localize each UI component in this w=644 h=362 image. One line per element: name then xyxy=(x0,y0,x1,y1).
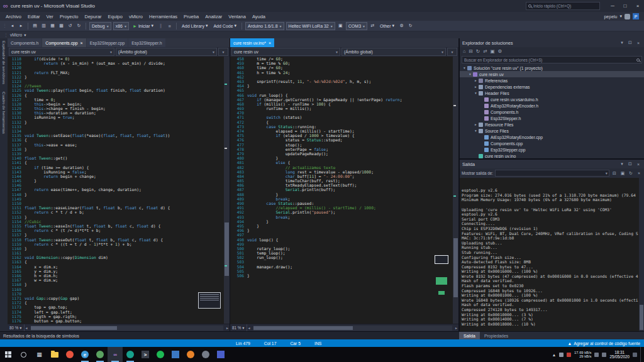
menu-proyecto[interactable]: Proyecto xyxy=(57,12,82,21)
board-options-icon[interactable]: ▣ xyxy=(337,23,344,28)
tree-arrow-icon[interactable]: ▾ xyxy=(462,66,467,70)
close-icon[interactable]: × xyxy=(269,41,271,45)
chrome-browser-taskbar-button[interactable] xyxy=(92,347,108,362)
tree-arrow-icon[interactable]: ▸ xyxy=(473,79,479,82)
tree-item[interactable]: ▸Referencias xyxy=(460,77,644,84)
vlc-player-taskbar-button[interactable] xyxy=(183,347,198,362)
panel-tab-propiedades[interactable]: Propiedades xyxy=(480,332,513,339)
network-speed-indicator[interactable]: 17.69 kB/s 29 kB/s xyxy=(574,351,591,359)
scrollbar-thumb[interactable] xyxy=(253,326,353,330)
close-button[interactable]: × xyxy=(631,0,644,12)
vertical-scrollbar[interactable] xyxy=(224,57,230,324)
project-dropdown[interactable]: cure resin uv ▾ xyxy=(231,48,340,56)
scrollbar-thumb[interactable] xyxy=(31,326,118,330)
menu-analizar[interactable]: Analizar xyxy=(202,12,225,21)
scroll-right-icon[interactable]: ▸ xyxy=(454,326,458,330)
pause-icon[interactable]: ∥ xyxy=(157,23,164,28)
collapse-all-icon[interactable]: ⊟ xyxy=(469,48,473,54)
tree-item[interactable]: ▾Header Files xyxy=(460,90,644,96)
tree-item[interactable]: cure resin uv.vsarduino.h xyxy=(460,96,644,102)
file-explorer-taskbar-button[interactable] xyxy=(47,347,62,362)
tree-arrow-icon[interactable]: ▾ xyxy=(467,72,473,76)
toolbar-grip[interactable]: ⋮ xyxy=(4,33,8,38)
close-icon[interactable]: × xyxy=(636,171,642,175)
other-options-button[interactable]: Other ▾ xyxy=(378,22,396,30)
chevron-down-icon[interactable]: ▾ xyxy=(619,162,625,167)
navigate-back-icon[interactable]: ◂ xyxy=(9,23,16,28)
server-explorer-tab[interactable]: Explorador de servidores xyxy=(2,41,6,84)
horizontal-scrollbar[interactable] xyxy=(253,326,452,331)
user-area[interactable]: pepelu ▾ P xyxy=(604,13,641,19)
spotify-taskbar-button[interactable] xyxy=(153,347,168,362)
member-dropdown[interactable]: ▾ xyxy=(447,48,457,56)
quick-launch-search[interactable]: Inicio rápido (Ctrl+Q) xyxy=(526,2,600,10)
start-button[interactable] xyxy=(0,347,16,362)
tree-item[interactable]: Components.cpp xyxy=(460,140,644,146)
sync-with-active-document-icon[interactable]: ⇄ xyxy=(483,48,487,54)
vertical-scrollbar[interactable] xyxy=(639,178,644,331)
visual-studio-taskbar-button[interactable]: ∞ xyxy=(108,347,123,362)
tree-item[interactable]: ▾cure resin uv xyxy=(460,71,644,77)
open-file-icon[interactable]: ▥ xyxy=(40,23,47,28)
minimize-button[interactable]: ─ xyxy=(606,0,619,12)
show-desktop-button[interactable] xyxy=(640,347,643,362)
code-content[interactable]: if(divide != 0) return (x - in_min) * (o… xyxy=(25,57,224,324)
menu-editar[interactable]: Editar xyxy=(25,12,43,21)
tree-arrow-icon[interactable]: ▾ xyxy=(473,129,479,133)
antivirus-tray-icon[interactable] xyxy=(559,353,564,357)
taskbar-clock[interactable]: 18:31 25/05/2020 xyxy=(609,350,630,359)
menu-depurar[interactable]: Depurar xyxy=(81,12,104,21)
zoom-dropdown[interactable]: 80 % ▾ xyxy=(8,324,25,331)
chevron-down-icon[interactable]: ▾ xyxy=(619,40,625,45)
menu-ver[interactable]: Ver xyxy=(43,12,57,21)
tree-arrow-icon[interactable]: ▸ xyxy=(473,123,479,126)
notification-center-icon[interactable] xyxy=(633,353,637,357)
scrollbar-thumb[interactable] xyxy=(453,238,458,297)
editor-tab[interactable]: Components.h xyxy=(8,38,42,47)
ide-version-dropdown[interactable]: Arduino 1.6/1.8 ▾ xyxy=(245,22,284,30)
tree-item[interactable]: ▸Resource Files xyxy=(460,121,644,128)
close-icon[interactable]: × xyxy=(635,41,641,45)
platform-dropdown[interactable]: x86 ▾ xyxy=(113,22,129,30)
navigate-forward-icon[interactable]: ▸ xyxy=(18,23,25,28)
settings-app-taskbar-button[interactable] xyxy=(198,347,213,362)
mail-app-taskbar-button[interactable] xyxy=(168,347,183,362)
output-source-dropdown[interactable]: ▾ xyxy=(495,170,609,177)
edge-browser-taskbar-button[interactable]: e xyxy=(77,347,92,362)
menu-equipo[interactable]: Equipo xyxy=(105,12,126,21)
find-symbol-results-bar[interactable]: Resultados de la búsqueda de símbolos xyxy=(0,332,459,339)
arduino-ide-taskbar-button[interactable] xyxy=(123,347,138,362)
project-dropdown[interactable]: cure resin uv ▾ xyxy=(9,48,114,56)
tree-item[interactable]: Esp32Stepper.h xyxy=(460,115,644,121)
solution-search-input[interactable]: Buscar en Explorador de soluciones (Ctrl… xyxy=(462,56,642,63)
menu-herramientas[interactable]: Herramientas xyxy=(146,12,180,21)
toolbar-grip[interactable]: ⋮ xyxy=(3,23,7,28)
code-editor[interactable]: 1118111911201121112211231124112511261127… xyxy=(8,57,230,324)
tree-item[interactable]: ▾Solución "cure resin uv" (1 proyecto) xyxy=(460,65,644,71)
tree-item[interactable]: AiEsp32RotaryEncoder.cpp xyxy=(460,134,644,140)
add-code-button[interactable]: Add Code ▾ xyxy=(211,22,238,30)
toolbox-tab[interactable]: Cuadro de herramientas xyxy=(2,92,6,134)
scope-dropdown[interactable]: (Ámbito global) ▾ xyxy=(341,48,446,56)
firefox-browser-taskbar-button[interactable] xyxy=(62,347,77,362)
redo-icon[interactable]: ↻ xyxy=(75,23,82,28)
editor-tab[interactable]: Components.cpp× xyxy=(42,38,86,47)
tree-arrow-icon[interactable]: ▸ xyxy=(473,85,479,89)
vmicro-menu[interactable]: vMicro xyxy=(10,33,22,37)
code-editor[interactable]: 4584594604614624634644654664674684694704… xyxy=(230,57,458,324)
panel-tab-salida[interactable]: Salida xyxy=(459,332,480,339)
tree-item[interactable]: Components.h xyxy=(460,109,644,115)
editor-tab[interactable]: cure resin uv.ino*× xyxy=(230,38,274,47)
scroll-left-icon[interactable]: ◂ xyxy=(247,326,252,330)
avatar[interactable] xyxy=(625,14,630,19)
add-library-button[interactable]: Add Library ▾ xyxy=(180,22,209,30)
stop-icon[interactable]: ■ xyxy=(166,24,173,28)
tray-expand-icon[interactable]: ▲ xyxy=(552,353,556,357)
scope-dropdown[interactable]: (Ámbito global) ▾ xyxy=(116,48,217,56)
gear-icon[interactable]: ⚙ xyxy=(498,48,502,54)
tree-item[interactable]: ▸Dependencias externas xyxy=(460,84,644,90)
refresh-icon[interactable]: ↻ xyxy=(476,48,480,54)
zoom-dropdown[interactable]: 81 % ▾ xyxy=(230,324,247,331)
home-icon[interactable]: ⌂ xyxy=(463,48,466,54)
volume-tray-icon[interactable] xyxy=(594,353,599,357)
